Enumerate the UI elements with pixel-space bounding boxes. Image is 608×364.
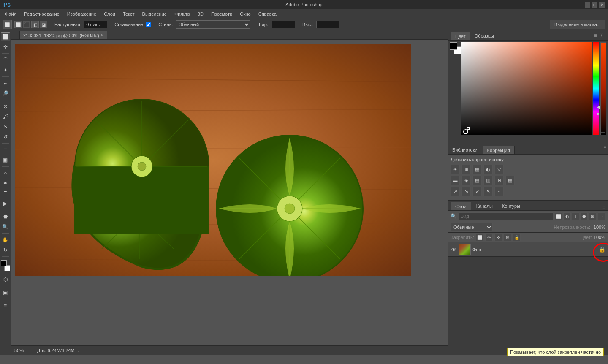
tool-extra[interactable]: ≡ bbox=[1, 301, 10, 310]
tool-pen[interactable]: ✒ bbox=[1, 179, 10, 188]
tab-channels[interactable]: Каналы bbox=[472, 202, 497, 210]
close-button[interactable]: ✕ bbox=[599, 2, 605, 8]
tool-crop[interactable]: ⌐ bbox=[1, 79, 10, 88]
lock-pixels-btn[interactable]: ⬜ bbox=[476, 234, 483, 241]
layers-filter-pixel[interactable]: ⬜ bbox=[555, 212, 562, 220]
layers-panel-options[interactable]: ≡ bbox=[602, 204, 605, 210]
tool-history-brush[interactable]: ↺ bbox=[1, 132, 10, 141]
menu-help[interactable]: Справка bbox=[255, 11, 280, 17]
tool-text[interactable]: T bbox=[1, 189, 10, 198]
corr-color-balance[interactable]: ◈ bbox=[461, 176, 471, 185]
tab-correction[interactable]: Коррекция bbox=[483, 146, 515, 154]
color-spectrum-square[interactable] bbox=[461, 42, 592, 135]
layers-filter-smartobj[interactable]: ⊞ bbox=[589, 212, 596, 220]
corr-vibrance[interactable]: ▽ bbox=[494, 165, 504, 174]
antialiasing-checkbox[interactable] bbox=[146, 22, 151, 27]
sel-mode-intersect[interactable]: ◪ bbox=[40, 21, 47, 28]
tool-move[interactable]: ✛ bbox=[1, 42, 10, 52]
lock-position-btn[interactable]: ✛ bbox=[494, 234, 502, 241]
foreground-color-swatch[interactable] bbox=[1, 260, 7, 266]
tool-rotate[interactable]: ↻ bbox=[1, 245, 10, 255]
new-tab-btn[interactable]: + bbox=[13, 33, 19, 39]
corr-levels[interactable]: ≋ bbox=[461, 165, 471, 174]
tool-quick-mask[interactable]: ⬡ bbox=[1, 275, 10, 284]
tool-magic-wand[interactable]: ✦ bbox=[1, 65, 10, 75]
canvas-image[interactable] bbox=[15, 44, 411, 276]
lock-artboard-btn[interactable]: ⊞ bbox=[504, 234, 511, 241]
document-tab[interactable]: 2133091_1920.jpg @ 50% (RGB/8#) × bbox=[19, 31, 107, 39]
corr-hsl[interactable]: ▬ bbox=[451, 176, 460, 185]
color-panel-expand[interactable]: ⟩⟩ bbox=[599, 33, 605, 38]
menu-layers[interactable]: Слои bbox=[100, 11, 119, 17]
corr-exposure[interactable]: ◐ bbox=[483, 165, 493, 174]
selection-rect-btn[interactable]: ⬜ bbox=[3, 20, 12, 29]
corr-threshold[interactable]: ↙ bbox=[472, 187, 482, 196]
menu-image[interactable]: Изображение bbox=[64, 11, 100, 17]
corr-gradient-map[interactable]: ↖ bbox=[483, 187, 493, 196]
menu-filter[interactable]: Фильтр bbox=[171, 11, 193, 17]
menu-window[interactable]: Окно bbox=[236, 11, 254, 17]
layers-filter-adjustment[interactable]: ◐ bbox=[563, 212, 571, 220]
tool-zoom[interactable]: 🔍 bbox=[1, 222, 10, 231]
tool-marquee[interactable]: ⬜ bbox=[1, 32, 10, 41]
color-panel-options[interactable]: ≡ bbox=[592, 32, 599, 39]
sel-mode-subtract[interactable]: ◧ bbox=[31, 21, 39, 28]
layer-lock-icon[interactable]: 🔒 bbox=[599, 246, 605, 253]
selection-mask-button[interactable]: Выделение и маска... bbox=[550, 20, 605, 29]
feather-input[interactable] bbox=[84, 21, 107, 28]
tool-dodge[interactable]: ○ bbox=[1, 168, 10, 178]
tool-eraser[interactable]: ◻ bbox=[1, 145, 10, 155]
tool-gradient[interactable]: ▣ bbox=[1, 155, 10, 165]
corr-selective-color[interactable]: ▪ bbox=[494, 187, 504, 196]
width-input[interactable] bbox=[272, 21, 295, 28]
layer-row-background[interactable]: 👁 Фон 🔒 bbox=[448, 242, 608, 257]
lock-all-btn[interactable]: 🔒 bbox=[513, 234, 521, 241]
corr-bw[interactable]: ▤ bbox=[472, 176, 482, 185]
title-controls[interactable]: — □ ✕ bbox=[585, 2, 605, 8]
height-input[interactable] bbox=[316, 21, 339, 28]
tab-close-button[interactable]: × bbox=[101, 33, 103, 38]
color-hue-bar[interactable] bbox=[593, 42, 599, 135]
layers-filter-text[interactable]: T bbox=[572, 212, 579, 220]
tool-eyedropper[interactable]: 🔎 bbox=[1, 89, 10, 98]
style-select[interactable]: Обычный Фиксированное соотношение Фиксир… bbox=[176, 20, 250, 29]
status-nav-arrow[interactable]: › bbox=[78, 348, 80, 353]
layers-search-input[interactable] bbox=[459, 212, 553, 220]
background-color-swatch[interactable] bbox=[4, 265, 10, 271]
menu-edit[interactable]: Редактирование bbox=[21, 11, 63, 17]
corr-posterize[interactable]: ↘ bbox=[461, 187, 471, 196]
tool-shape[interactable]: ⬟ bbox=[1, 212, 10, 221]
layer-visibility-eye[interactable]: 👁 bbox=[451, 246, 457, 253]
lock-paint-btn[interactable]: ✏ bbox=[485, 234, 493, 241]
corr-channel-mix[interactable]: ⊕ bbox=[494, 176, 504, 185]
blend-mode-select[interactable]: Обычные bbox=[451, 223, 493, 231]
menu-view[interactable]: Просмотр bbox=[208, 11, 236, 17]
menu-text[interactable]: Текст bbox=[119, 11, 138, 17]
tool-clone[interactable]: S bbox=[1, 122, 10, 131]
corr-brightness[interactable]: ☀ bbox=[451, 165, 460, 174]
tool-path-select[interactable]: ▶ bbox=[1, 199, 10, 208]
corr-curves[interactable]: ▦ bbox=[472, 165, 482, 174]
corrections-collapse[interactable]: ≡ bbox=[602, 144, 608, 154]
sel-mode-add[interactable]: ⬛ bbox=[23, 21, 30, 28]
minimize-button[interactable]: — bbox=[585, 2, 590, 8]
tool-hand[interactable]: ✋ bbox=[1, 235, 10, 244]
layers-search-toggle[interactable]: ○ bbox=[598, 212, 605, 220]
tab-contours[interactable]: Контуры bbox=[498, 202, 524, 210]
corr-photo-filter[interactable]: ▥ bbox=[483, 176, 493, 185]
menu-3d[interactable]: 3D bbox=[194, 11, 207, 17]
tab-libraries[interactable]: Библиотеки bbox=[448, 146, 482, 154]
tool-spot-heal[interactable]: ⊙ bbox=[1, 102, 10, 111]
tab-layers[interactable]: Слои bbox=[451, 202, 471, 210]
maximize-button[interactable]: □ bbox=[592, 2, 597, 8]
corr-color-lookup[interactable]: ▦ bbox=[505, 176, 515, 185]
tool-lasso[interactable]: ⌒ bbox=[1, 55, 10, 65]
corr-invert[interactable]: ↗ bbox=[451, 187, 460, 196]
sel-mode-new[interactable]: ⬜ bbox=[14, 21, 22, 28]
tool-screen-mode[interactable]: ▣ bbox=[1, 288, 10, 297]
tab-color[interactable]: Цвет bbox=[451, 32, 470, 40]
color-alpha-bar[interactable] bbox=[600, 42, 606, 135]
menu-select[interactable]: Выделение bbox=[139, 11, 170, 17]
tool-brush[interactable]: 🖌 bbox=[1, 112, 10, 121]
tab-samples[interactable]: Образцы bbox=[470, 32, 498, 40]
